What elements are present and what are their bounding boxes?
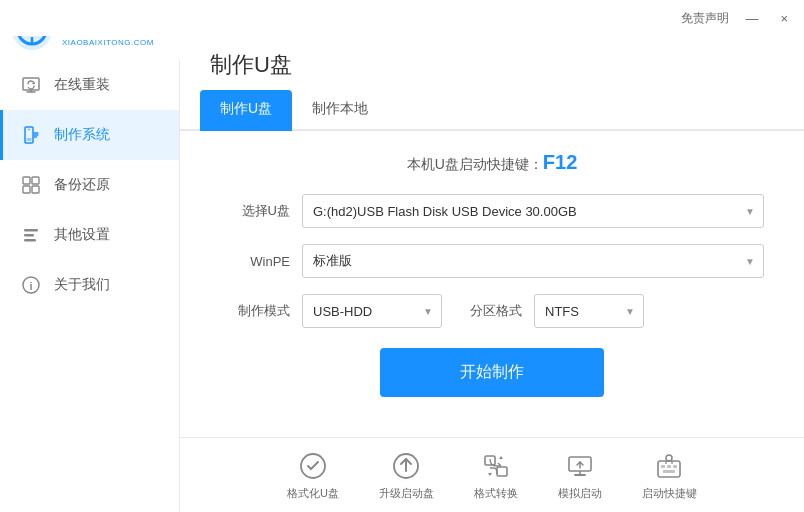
title-bar: 免责声明 — × [0, 0, 804, 36]
format-usb-label: 格式化U盘 [287, 486, 339, 501]
sidebar-item-backup-restore[interactable]: 备份还原 [0, 160, 179, 210]
format-convert-icon [480, 450, 512, 482]
other-settings-icon [20, 224, 42, 246]
tabs-bar: 制作U盘 制作本地 [180, 90, 804, 131]
make-system-icon [20, 124, 42, 146]
tab-make-usb[interactable]: 制作U盘 [200, 90, 292, 131]
svg-rect-3 [23, 78, 39, 90]
main-content: 制作U盘 制作U盘 制作本地 本机U盘启动快捷键：F12 选择U盘 G:(hd2… [180, 0, 804, 512]
upgrade-boot-label: 升级启动盘 [379, 486, 434, 501]
make-mode-value: USB-HDD [313, 304, 372, 319]
winpe-value: 标准版 [313, 252, 352, 270]
partition-arrow-icon: ▼ [625, 306, 635, 317]
make-mode-arrow-icon: ▼ [423, 306, 433, 317]
select-usb-dropdown[interactable]: G:(hd2)USB Flash Disk USB Device 30.00GB… [302, 194, 764, 228]
select-usb-label: 选择U盘 [220, 202, 290, 220]
svg-rect-19 [497, 467, 507, 476]
format-usb-icon [297, 450, 329, 482]
svg-rect-7 [23, 177, 30, 184]
svg-rect-12 [24, 234, 34, 237]
select-usb-row: 选择U盘 G:(hd2)USB Flash Disk USB Device 30… [220, 194, 764, 228]
svg-point-6 [28, 129, 30, 131]
sidebar-label-make-system: 制作系统 [54, 126, 110, 144]
sidebar-item-make-system[interactable]: 制作系统 [0, 110, 179, 160]
online-reinstall-icon [20, 74, 42, 96]
page-title: 制作U盘 [180, 36, 804, 80]
upgrade-boot-icon [390, 450, 422, 482]
partition-value: NTFS [545, 304, 579, 319]
make-mode-dropdown[interactable]: USB-HDD ▼ [302, 294, 442, 328]
partition-control: NTFS ▼ [534, 294, 644, 328]
partition-dropdown[interactable]: NTFS ▼ [534, 294, 644, 328]
svg-rect-9 [23, 186, 30, 193]
sidebar-item-about-us[interactable]: i 关于我们 [0, 260, 179, 310]
sidebar-label-online-reinstall: 在线重装 [54, 76, 110, 94]
boot-shortcut-icon [653, 450, 685, 482]
tab-make-local[interactable]: 制作本地 [292, 90, 388, 131]
svg-rect-8 [32, 177, 39, 184]
minimize-button[interactable]: — [739, 9, 764, 28]
logo-sub-text: XIAOBAIXITONG.COM [62, 38, 154, 47]
backup-restore-icon [20, 174, 42, 196]
select-usb-value: G:(hd2)USB Flash Disk USB Device 30.00GB [313, 204, 577, 219]
boot-shortcut-label: 启动快捷键 [642, 486, 697, 501]
winpe-label: WinPE [220, 254, 290, 269]
svg-rect-25 [673, 465, 677, 468]
svg-rect-26 [663, 470, 675, 473]
mode-partition-row: 制作模式 USB-HDD ▼ 分区格式 NTFS ▼ [220, 294, 764, 328]
partition-label: 分区格式 [470, 302, 522, 320]
select-usb-arrow-icon: ▼ [745, 206, 755, 217]
winpe-arrow-icon: ▼ [745, 256, 755, 267]
svg-rect-21 [658, 461, 680, 477]
sidebar-label-other-settings: 其他设置 [54, 226, 110, 244]
start-make-button[interactable]: 开始制作 [380, 348, 604, 397]
form-area: 本机U盘启动快捷键：F12 选择U盘 G:(hd2)USB Flash Disk… [180, 131, 804, 437]
select-usb-control: G:(hd2)USB Flash Disk USB Device 30.00GB… [302, 194, 764, 228]
toolbar-format-convert[interactable]: 格式转换 [474, 450, 518, 501]
disclaimer-link[interactable]: 免责声明 [681, 10, 729, 27]
winpe-row: WinPE 标准版 ▼ [220, 244, 764, 278]
svg-point-22 [666, 455, 672, 461]
sidebar-item-online-reinstall[interactable]: 在线重装 [0, 60, 179, 110]
toolbar-format-usb[interactable]: 格式化U盘 [287, 450, 339, 501]
toolbar-boot-shortcut[interactable]: 启动快捷键 [642, 450, 697, 501]
svg-rect-23 [661, 465, 665, 468]
simulate-boot-icon [564, 450, 596, 482]
close-button[interactable]: × [774, 9, 794, 28]
format-convert-label: 格式转换 [474, 486, 518, 501]
about-us-icon: i [20, 274, 42, 296]
svg-rect-13 [24, 239, 36, 242]
shortcut-key: F12 [543, 151, 577, 173]
toolbar-simulate-boot[interactable]: 模拟启动 [558, 450, 602, 501]
toolbar-upgrade-boot[interactable]: 升级启动盘 [379, 450, 434, 501]
svg-rect-24 [667, 465, 671, 468]
winpe-control: 标准版 ▼ [302, 244, 764, 278]
simulate-boot-label: 模拟启动 [558, 486, 602, 501]
title-bar-controls: 免责声明 — × [681, 9, 794, 28]
sidebar-label-backup-restore: 备份还原 [54, 176, 110, 194]
winpe-dropdown[interactable]: 标准版 ▼ [302, 244, 764, 278]
svg-rect-5 [27, 138, 32, 141]
make-mode-label: 制作模式 [220, 302, 290, 320]
sidebar-item-other-settings[interactable]: 其他设置 [0, 210, 179, 260]
shortcut-prefix: 本机U盘启动快捷键： [407, 156, 543, 172]
svg-rect-11 [24, 229, 38, 232]
app-container: 小白系统 XIAOBAIXITONG.COM 在线重装 [0, 0, 804, 512]
sidebar: 小白系统 XIAOBAIXITONG.COM 在线重装 [0, 0, 180, 512]
bottom-toolbar: 格式化U盘 升级启动盘 [180, 437, 804, 512]
sidebar-label-about-us: 关于我们 [54, 276, 110, 294]
svg-text:i: i [29, 280, 32, 292]
make-mode-control: USB-HDD ▼ [302, 294, 442, 328]
shortcut-hint: 本机U盘启动快捷键：F12 [220, 151, 764, 174]
svg-rect-10 [32, 186, 39, 193]
